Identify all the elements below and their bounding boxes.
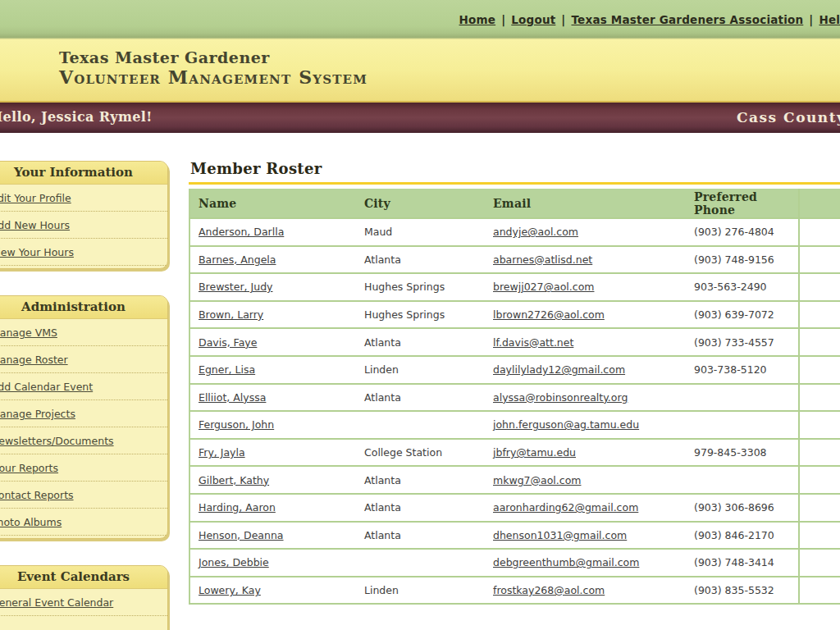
- sidebar-item-photo-albums[interactable]: Photo Albums: [0, 509, 167, 536]
- member-extra-cell: [799, 301, 840, 329]
- sidebar-link[interactable]: Hour Reports: [0, 462, 58, 474]
- sidebar-item-newsletters-documents[interactable]: Newsletters/Documents: [0, 427, 167, 454]
- member-email-link[interactable]: daylilylady12@gmail.com: [493, 363, 625, 376]
- member-name-link[interactable]: Fry, Jayla: [199, 446, 245, 459]
- member-extra-cell: [799, 218, 840, 246]
- member-phone: (903) 639-7072: [686, 301, 799, 329]
- member-name-link[interactable]: Elliiot, Alyssa: [199, 391, 266, 404]
- member-email-link[interactable]: lf.davis@att.net: [493, 336, 573, 349]
- table-row: Henson, Deanna Atlanta dhenson1031@gmail…: [189, 522, 840, 550]
- member-city: Linden: [356, 577, 485, 605]
- member-name-link[interactable]: Davis, Faye: [199, 336, 257, 349]
- member-email-link[interactable]: dhenson1031@gmail.com: [493, 529, 627, 541]
- member-email-link[interactable]: abarnes@atlisd.net: [493, 253, 592, 266]
- member-extra-cell: [799, 494, 840, 522]
- member-roster-table: Name City Email Preferred Phone Anderson…: [189, 189, 840, 605]
- sidebar-link[interactable]: Newsletters/Documents: [0, 435, 114, 447]
- browser-viewport: Home | Logout | Texas Master Gardeners A…: [0, 0, 840, 630]
- sidebar-section-title-event-calendars: Event Calendars: [0, 566, 167, 589]
- sidebar-link[interactable]: Photo Albums: [0, 516, 62, 528]
- member-extra-cell: [799, 577, 840, 605]
- table-row: Anderson, Darlla Maud andyje@aol.com (90…: [189, 218, 840, 246]
- table-row: Harding, Aaron Atlanta aaronharding62@gm…: [189, 494, 840, 522]
- table-row: Brown, Larry Hughes Springs lbrown2726@a…: [189, 301, 840, 329]
- sidebar-item-general-event-calendar[interactable]: General Event Calendar: [0, 589, 167, 616]
- member-city: College Station: [356, 439, 485, 467]
- nav-help-link[interactable]: Help: [819, 13, 840, 26]
- sidebar-link[interactable]: Edit Your Profile: [0, 192, 71, 204]
- member-name-link[interactable]: Henson, Deanna: [199, 529, 284, 541]
- member-email-link[interactable]: alyssa@robinsonrealty.org: [493, 391, 628, 404]
- member-phone: [686, 384, 799, 412]
- sidebar-link[interactable]: View Your Hours: [0, 246, 74, 258]
- member-email-link[interactable]: jbfry@tamu.edu: [493, 446, 576, 459]
- member-city: Hughes Springs: [356, 273, 485, 301]
- member-phone: (903) 306-8696: [686, 494, 799, 522]
- sidebar-link[interactable]: Add New Hours: [0, 219, 70, 231]
- member-phone: (903) 846-2170: [686, 522, 799, 550]
- member-city: Atlanta: [356, 522, 485, 550]
- member-name-link[interactable]: Barnes, Angela: [199, 253, 276, 266]
- member-extra-cell: [799, 549, 840, 577]
- table-row: Barnes, Angela Atlanta abarnes@atlisd.ne…: [189, 246, 840, 274]
- member-city: Atlanta: [356, 384, 485, 412]
- member-name-link[interactable]: Jones, Debbie: [199, 556, 269, 568]
- member-phone: [686, 411, 799, 439]
- member-name-link[interactable]: Ferguson, John: [199, 418, 274, 431]
- sidebar-section-title-administration: Administration: [0, 296, 167, 319]
- member-email-link[interactable]: frostkay268@aol.com: [493, 584, 605, 596]
- member-email-link[interactable]: mkwg7@aol.com: [493, 474, 581, 486]
- app-banner: Texas Master Gardener Volunteer Manageme…: [0, 39, 840, 103]
- page-title: Member Roster: [190, 160, 840, 177]
- member-name-link[interactable]: Brewster, Judy: [199, 281, 273, 293]
- sidebar-item-manage-projects[interactable]: Manage Projects: [0, 400, 167, 427]
- sidebar-link[interactable]: Manage Roster: [0, 354, 68, 366]
- sidebar-item-manage-roster[interactable]: Manage Roster: [0, 346, 167, 373]
- sidebar-item-edit-your-profile[interactable]: Edit Your Profile: [0, 185, 167, 212]
- member-phone: (903) 835-5532: [686, 577, 799, 605]
- sidebar-link[interactable]: Contact Reports: [0, 489, 74, 501]
- member-email-link[interactable]: lbrown2726@aol.com: [493, 308, 605, 321]
- member-email-link[interactable]: andyje@aol.com: [493, 226, 578, 238]
- member-name-link[interactable]: Lowery, Kay: [199, 584, 261, 596]
- column-header-extra: [799, 189, 840, 218]
- greeting-text: Hello, Jessica Rymel!: [0, 109, 153, 125]
- member-name-link[interactable]: Gilbert, Kathy: [199, 474, 269, 486]
- nav-home-link[interactable]: Home: [459, 13, 496, 26]
- sidebar-panel-event-calendars: Event Calendars General Event Calendar: [0, 565, 168, 630]
- table-row: Brewster, Judy Hughes Springs brewjj027@…: [189, 273, 840, 301]
- member-email-link[interactable]: aaronharding62@gmail.com: [493, 501, 638, 514]
- sidebar-item-hour-reports[interactable]: Hour Reports: [0, 454, 167, 482]
- nav-association-link[interactable]: Texas Master Gardeners Association: [572, 13, 804, 26]
- member-email-link[interactable]: debgreenthumb@gmail.com: [493, 556, 639, 568]
- app-title-line1: Texas Master Gardener: [59, 48, 840, 66]
- member-phone: (903) 748-9156: [686, 246, 799, 274]
- sidebar: Your Information Edit Your Profile Add N…: [0, 133, 168, 630]
- sidebar-item-manage-vms[interactable]: Manage VMS: [0, 319, 167, 346]
- sidebar-link[interactable]: Add Calendar Event: [0, 381, 93, 393]
- table-row: Gilbert, Kathy Atlanta mkwg7@aol.com: [189, 466, 840, 494]
- member-name-link[interactable]: Harding, Aaron: [199, 501, 276, 514]
- member-city: Maud: [356, 218, 485, 246]
- sidebar-item-add-new-hours[interactable]: Add New Hours: [0, 212, 167, 239]
- sidebar-item-view-your-hours[interactable]: View Your Hours: [0, 239, 167, 266]
- member-email-link[interactable]: john.ferguson@ag.tamu.edu: [493, 418, 639, 431]
- sidebar-item-contact-reports[interactable]: Contact Reports: [0, 482, 167, 509]
- nav-logout-link[interactable]: Logout: [511, 13, 555, 26]
- member-phone: (903) 733-4557: [686, 328, 799, 356]
- member-extra-cell: [799, 328, 840, 356]
- member-phone: (903) 276-4804: [686, 218, 799, 246]
- column-header-city: City: [356, 189, 485, 218]
- sidebar-section-title-your-information: Your Information: [0, 162, 167, 185]
- member-name-link[interactable]: Brown, Larry: [199, 308, 263, 321]
- chapter-name: Cass County: [737, 103, 840, 132]
- member-name-link[interactable]: Anderson, Darlla: [199, 226, 284, 238]
- member-email-link[interactable]: brewjj027@aol.com: [493, 281, 594, 293]
- sidebar-link[interactable]: Manage VMS: [0, 326, 57, 339]
- sidebar-link[interactable]: General Event Calendar: [0, 596, 113, 609]
- member-name-link[interactable]: Egner, Lisa: [199, 363, 255, 376]
- sidebar-link[interactable]: Manage Projects: [0, 408, 75, 420]
- member-phone: 903-563-2490: [686, 273, 799, 301]
- sidebar-item-add-calendar-event[interactable]: Add Calendar Event: [0, 373, 167, 400]
- member-city: Linden: [356, 356, 485, 384]
